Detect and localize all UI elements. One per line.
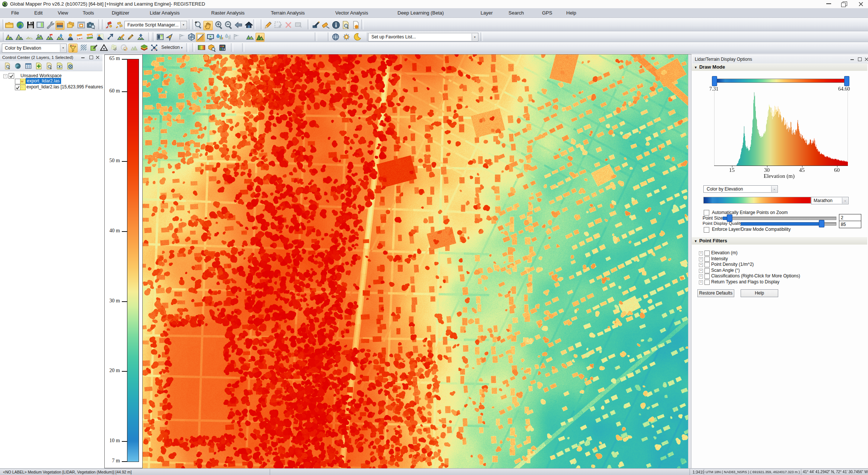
svg-text:3D: 3D: [189, 37, 192, 39]
